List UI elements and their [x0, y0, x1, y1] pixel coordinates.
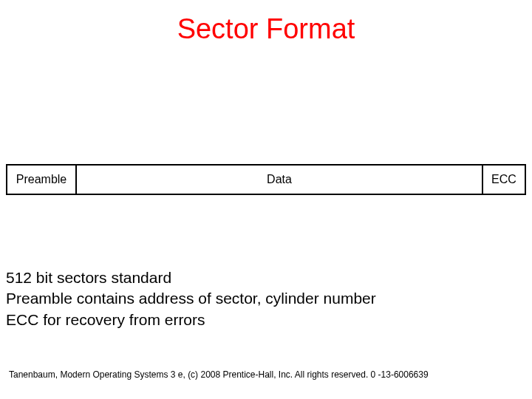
diagram-cell-ecc: ECC — [482, 166, 525, 194]
page-title: Sector Format — [0, 13, 532, 45]
bullet-line: ECC for recovery from errors — [6, 310, 376, 330]
bullet-block: 512 bit sectors standard Preamble contai… — [6, 267, 376, 330]
slide: Sector Format Preamble Data ECC 512 bit … — [0, 0, 532, 399]
bullet-line: 512 bit sectors standard — [6, 267, 376, 288]
bullet-line: Preamble contains address of sector, cyl… — [6, 288, 376, 309]
footer-citation: Tanenbaum, Modern Operating Systems 3 e,… — [9, 369, 429, 380]
sector-diagram: Preamble Data ECC — [6, 164, 526, 195]
diagram-cell-data: Data — [75, 166, 482, 194]
diagram-cell-preamble: Preamble — [7, 166, 75, 194]
